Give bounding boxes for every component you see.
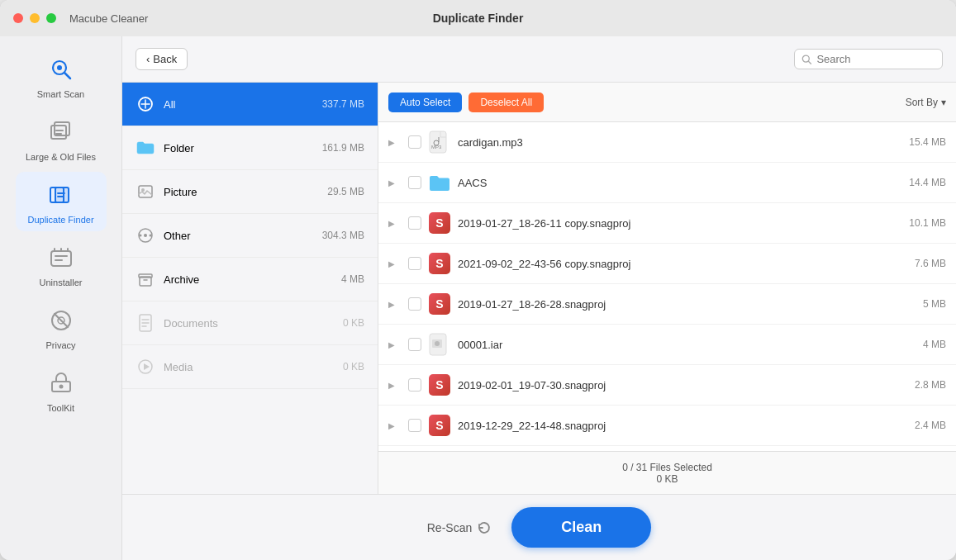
sidebar-item-duplicate-finder[interactable]: Duplicate Finder <box>16 172 107 231</box>
file-name: 2019-12-29_22-14-48.snagproj <box>458 420 882 432</box>
picture-icon <box>136 182 155 202</box>
category-size-media: 0 KB <box>343 361 364 373</box>
app-window: Macube Cleaner Duplicate Finder Smart Sc… <box>0 0 956 560</box>
table-row[interactable]: ▶ MP3 cardiga <box>378 122 956 163</box>
category-item-archive[interactable]: Archive 4 MB <box>122 258 378 301</box>
auto-select-button[interactable]: Auto Select <box>388 93 462 112</box>
size-selected-status: 0 KB <box>656 473 678 485</box>
back-label: Back <box>153 53 177 65</box>
table-row[interactable]: ▶ S 2019-01-27_18-26-11 copy.snagproj 10… <box>378 203 956 244</box>
back-button[interactable]: ‹ Back <box>136 48 188 70</box>
re-scan-button[interactable]: Re-Scan <box>427 520 492 535</box>
category-item-media[interactable]: Media 0 KB <box>122 345 378 389</box>
close-button[interactable] <box>13 13 23 23</box>
svg-rect-27 <box>139 186 152 197</box>
table-row[interactable]: ▶ S 2019-12-29_22-14-48.snagproj 2.4 MB <box>378 406 956 446</box>
category-label-media: Media <box>164 361 335 373</box>
files-selected-status: 0 / 31 Files Selected <box>622 462 712 473</box>
expand-arrow-icon: ▶ <box>388 178 402 187</box>
sidebar-item-smart-scan[interactable]: Smart Scan <box>16 46 107 106</box>
sort-by-chevron-icon: ▾ <box>941 97 946 108</box>
main-content: Smart Scan Large & Old Files <box>0 36 956 560</box>
sidebar-item-privacy[interactable]: Privacy <box>16 297 107 357</box>
smart-scan-icon <box>45 53 78 86</box>
category-item-documents[interactable]: Documents 0 KB <box>122 301 378 345</box>
sort-by-label: Sort By <box>906 97 938 108</box>
status-bar: 0 / 31 Files Selected 0 KB <box>378 451 956 494</box>
top-bar: ‹ Back <box>122 36 956 83</box>
category-label-archive: Archive <box>164 273 333 286</box>
maximize-button[interactable] <box>46 13 56 23</box>
category-size-all: 337.7 MB <box>322 98 364 110</box>
privacy-icon <box>45 304 78 337</box>
svg-rect-42 <box>430 131 446 153</box>
expand-arrow-icon: ▶ <box>388 138 402 147</box>
file-checkbox[interactable] <box>408 257 421 270</box>
content-area: All 337.7 MB Folder 161.9 MB <box>122 83 956 494</box>
file-checkbox[interactable] <box>408 216 421 230</box>
search-input[interactable] <box>816 53 935 65</box>
minimize-button[interactable] <box>30 13 40 23</box>
table-row[interactable]: ▶ AACS 14.4 MB <box>378 163 956 203</box>
sort-by-button[interactable]: Sort By ▾ <box>906 97 946 108</box>
svg-point-30 <box>144 234 147 237</box>
category-item-picture[interactable]: Picture 29.5 MB <box>122 170 378 214</box>
file-checkbox[interactable] <box>408 135 421 149</box>
back-chevron-icon: ‹ <box>146 53 150 65</box>
app-name-label: Macube Cleaner <box>69 12 148 25</box>
sidebar-item-large-old-files[interactable]: Large & Old Files <box>16 109 107 168</box>
duplicate-finder-icon <box>45 178 78 211</box>
table-row[interactable]: ▶ S 2019-01-27_18-26-28.snagproj 5 MB <box>378 284 956 325</box>
category-item-folder[interactable]: Folder 161.9 MB <box>122 126 378 170</box>
large-old-files-icon <box>45 116 78 149</box>
file-checkbox[interactable] <box>408 297 421 311</box>
file-checkbox[interactable] <box>408 338 421 351</box>
sidebar-label-toolkit: ToolKit <box>47 403 74 413</box>
svg-rect-8 <box>55 187 69 202</box>
all-icon <box>136 94 155 114</box>
file-name: 2019-02-01_19-07-30.snagproj <box>458 379 882 392</box>
expand-arrow-icon: ▶ <box>388 381 402 390</box>
file-checkbox[interactable] <box>408 419 421 432</box>
iar-file-icon <box>428 333 451 356</box>
category-size-documents: 0 KB <box>343 317 364 329</box>
uninstaller-icon <box>45 241 78 274</box>
table-row[interactable]: ▶ S 2019-02-01_19-07-30.snagproj 2.8 MB <box>378 365 956 406</box>
other-icon <box>136 225 155 245</box>
file-size: 14.4 MB <box>888 177 946 188</box>
svg-line-23 <box>808 61 811 64</box>
title-bar: Macube Cleaner Duplicate Finder <box>0 0 956 36</box>
search-box <box>794 49 943 69</box>
table-row[interactable]: ▶ 00001.iar 4 MB <box>378 325 956 365</box>
sidebar-item-toolkit[interactable]: ToolKit <box>16 360 107 420</box>
category-item-all[interactable]: All 337.7 MB <box>122 83 378 126</box>
category-size-folder: 161.9 MB <box>322 142 364 154</box>
file-name: 2021-09-02_22-43-56 copy.snagproj <box>458 258 882 270</box>
re-scan-icon <box>477 520 492 535</box>
expand-arrow-icon: ▶ <box>388 219 402 228</box>
snagproj-file-icon: S <box>428 414 451 437</box>
toolkit-icon <box>45 367 78 400</box>
sidebar-label-uninstaller: Uninstaller <box>40 278 83 287</box>
deselect-all-button[interactable]: Deselect All <box>468 93 544 112</box>
category-label-other: Other <box>164 230 314 242</box>
sidebar-label-duplicate-finder: Duplicate Finder <box>27 215 93 225</box>
file-size: 2.8 MB <box>888 379 946 391</box>
svg-point-2 <box>57 65 62 70</box>
category-item-other[interactable]: Other 304.3 MB <box>122 214 378 258</box>
file-checkbox[interactable] <box>408 378 421 392</box>
clean-button[interactable]: Clean <box>511 507 651 548</box>
traffic-lights <box>13 13 56 23</box>
table-row[interactable]: ▶ S 2021-09-02_22-43-56 copy.snagproj 7.… <box>378 244 956 284</box>
file-checkbox[interactable] <box>408 176 421 189</box>
file-list-panel: Auto Select Deselect All Sort By ▾ ▶ <box>378 83 956 494</box>
svg-point-32 <box>150 235 152 237</box>
svg-point-21 <box>59 385 63 389</box>
expand-arrow-icon: ▶ <box>388 300 402 309</box>
svg-rect-3 <box>51 126 66 139</box>
category-size-other: 304.3 MB <box>322 230 364 241</box>
sidebar-item-uninstaller[interactable]: Uninstaller <box>16 235 107 294</box>
search-icon <box>801 54 811 65</box>
file-name: 00001.iar <box>458 339 882 351</box>
svg-marker-41 <box>144 363 150 370</box>
